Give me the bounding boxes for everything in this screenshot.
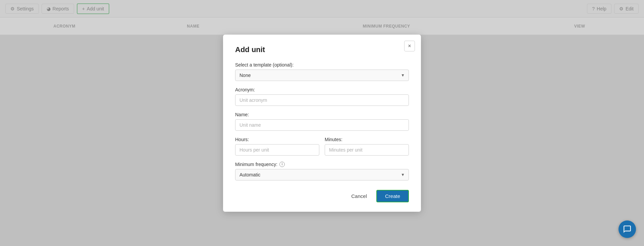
hours-minutes-row: Hours: Minutes: — [235, 137, 409, 162]
cancel-button[interactable]: Cancel — [346, 191, 372, 202]
min-freq-select-wrapper: Automatic ▼ — [235, 169, 409, 180]
modal-title: Add unit — [235, 45, 409, 54]
minutes-input[interactable] — [325, 144, 409, 156]
close-icon: × — [408, 43, 411, 49]
template-select[interactable]: None — [235, 70, 409, 81]
min-freq-select[interactable]: Automatic — [235, 169, 409, 180]
chat-bubble-button[interactable] — [619, 220, 636, 238]
minutes-group: Minutes: — [325, 137, 409, 156]
name-label: Name: — [235, 112, 409, 117]
modal-footer: Cancel Create — [235, 190, 409, 202]
info-icon[interactable]: i — [279, 162, 285, 167]
hours-input[interactable] — [235, 144, 319, 156]
name-input[interactable] — [235, 119, 409, 131]
hours-label: Hours: — [235, 137, 319, 142]
acronym-group: Acronym: — [235, 87, 409, 106]
min-freq-label-row: Minimum frequency: i — [235, 162, 409, 167]
modal-close-button[interactable]: × — [404, 41, 415, 51]
min-freq-label: Minimum frequency: — [235, 162, 277, 167]
hours-group: Hours: — [235, 137, 319, 156]
acronym-label: Acronym: — [235, 87, 409, 92]
template-label: Select a template (optional): — [235, 62, 409, 68]
create-button[interactable]: Create — [376, 190, 409, 202]
acronym-input[interactable] — [235, 94, 409, 106]
min-freq-group: Minimum frequency: i Automatic ▼ — [235, 162, 409, 180]
chat-icon — [623, 225, 632, 234]
minutes-label: Minutes: — [325, 137, 409, 142]
modal-overlay: × Add unit Select a template (optional):… — [0, 0, 644, 246]
template-select-wrapper: None ▼ — [235, 70, 409, 81]
add-unit-modal: × Add unit Select a template (optional):… — [223, 35, 421, 212]
template-group: Select a template (optional): None ▼ — [235, 62, 409, 81]
name-group: Name: — [235, 112, 409, 131]
